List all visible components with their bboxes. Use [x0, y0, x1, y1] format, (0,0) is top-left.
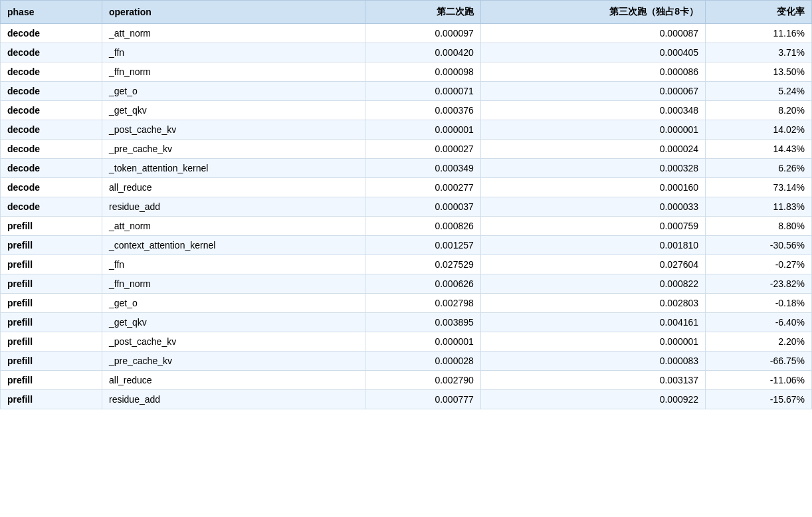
table-row: decode_pre_cache_kv0.0000270.00002414.43…	[1, 140, 812, 159]
cell-operation: all_reduce	[102, 178, 365, 197]
cell-operation: _att_norm	[102, 24, 365, 43]
cell-phase: prefill	[1, 294, 102, 313]
cell-phase: decode	[1, 62, 102, 82]
cell-change: 6.26%	[706, 159, 812, 178]
cell-operation: _get_qkv	[102, 313, 365, 332]
cell-run3: 0.000033	[480, 197, 705, 217]
table-row: decode_att_norm0.0000970.00008711.16%	[1, 24, 812, 43]
table-row: decode_token_attention_kernel0.0003490.0…	[1, 159, 812, 178]
cell-run2: 0.000420	[365, 43, 481, 62]
cell-run3: 0.000922	[480, 390, 705, 409]
cell-phase: decode	[1, 140, 102, 159]
table-row: prefillresidue_add0.0007770.000922-15.67…	[1, 390, 812, 409]
cell-operation: all_reduce	[102, 371, 365, 390]
cell-operation: _ffn_norm	[102, 62, 365, 82]
cell-run2: 0.000001	[365, 332, 481, 352]
cell-run2: 0.000001	[365, 120, 481, 140]
cell-phase: decode	[1, 120, 102, 140]
cell-change: 8.20%	[706, 101, 812, 120]
table-row: decode_get_qkv0.0003760.0003488.20%	[1, 101, 812, 120]
cell-change: 14.43%	[706, 140, 812, 159]
cell-run2: 0.000027	[365, 140, 481, 159]
cell-phase: decode	[1, 82, 102, 101]
col-header-run3: 第三次跑（独占8卡）	[480, 1, 705, 24]
cell-run3: 0.003137	[480, 371, 705, 390]
table-row: prefill_context_attention_kernel0.001257…	[1, 236, 812, 255]
cell-run3: 0.000067	[480, 82, 705, 101]
cell-change: -11.06%	[706, 371, 812, 390]
cell-run2: 0.000349	[365, 159, 481, 178]
table-row: decode_post_cache_kv0.0000010.00000114.0…	[1, 120, 812, 140]
cell-phase: prefill	[1, 352, 102, 371]
cell-change: 3.71%	[706, 43, 812, 62]
cell-operation: _ffn	[102, 255, 365, 274]
table-row: prefillall_reduce0.0027900.003137-11.06%	[1, 371, 812, 390]
data-table: phase operation 第二次跑 第三次跑（独占8卡） 变化率 deco…	[0, 0, 812, 409]
cell-run3: 0.000160	[480, 178, 705, 197]
cell-run2: 0.000376	[365, 101, 481, 120]
cell-run3: 0.000001	[480, 120, 705, 140]
cell-operation: _pre_cache_kv	[102, 140, 365, 159]
cell-change: 13.50%	[706, 62, 812, 82]
cell-operation: _ffn	[102, 43, 365, 62]
cell-run2: 0.000028	[365, 352, 481, 371]
cell-phase: decode	[1, 101, 102, 120]
cell-run3: 0.000348	[480, 101, 705, 120]
cell-phase: prefill	[1, 274, 102, 294]
col-header-operation: operation	[102, 1, 365, 24]
cell-run2: 0.000826	[365, 217, 481, 236]
cell-run3: 0.027604	[480, 255, 705, 274]
cell-change: -30.56%	[706, 236, 812, 255]
cell-run3: 0.000759	[480, 217, 705, 236]
cell-change: -23.82%	[706, 274, 812, 294]
cell-phase: prefill	[1, 332, 102, 352]
table-row: prefill_ffn0.0275290.027604-0.27%	[1, 255, 812, 274]
cell-run3: 0.000405	[480, 43, 705, 62]
cell-operation: _get_qkv	[102, 101, 365, 120]
cell-change: 11.83%	[706, 197, 812, 217]
table-row: prefill_get_qkv0.0038950.004161-6.40%	[1, 313, 812, 332]
cell-run2: 0.000071	[365, 82, 481, 101]
cell-operation: _post_cache_kv	[102, 120, 365, 140]
cell-change: -0.18%	[706, 294, 812, 313]
cell-phase: decode	[1, 178, 102, 197]
cell-change: -15.67%	[706, 390, 812, 409]
header-row: phase operation 第二次跑 第三次跑（独占8卡） 变化率	[1, 1, 812, 24]
cell-run3: 0.001810	[480, 236, 705, 255]
cell-run3: 0.000086	[480, 62, 705, 82]
cell-phase: prefill	[1, 390, 102, 409]
cell-operation: _token_attention_kernel	[102, 159, 365, 178]
table-row: decodeall_reduce0.0002770.00016073.14%	[1, 178, 812, 197]
cell-change: 8.80%	[706, 217, 812, 236]
cell-operation: _post_cache_kv	[102, 332, 365, 352]
cell-run2: 0.000626	[365, 274, 481, 294]
table-row: prefill_pre_cache_kv0.0000280.000083-66.…	[1, 352, 812, 371]
cell-operation: residue_add	[102, 390, 365, 409]
table-row: prefill_post_cache_kv0.0000010.0000012.2…	[1, 332, 812, 352]
col-header-change: 变化率	[706, 1, 812, 24]
table-row: prefill_att_norm0.0008260.0007598.80%	[1, 217, 812, 236]
cell-run2: 0.000277	[365, 178, 481, 197]
cell-run3: 0.000024	[480, 140, 705, 159]
col-header-phase: phase	[1, 1, 102, 24]
cell-phase: prefill	[1, 371, 102, 390]
cell-change: -6.40%	[706, 313, 812, 332]
cell-operation: _pre_cache_kv	[102, 352, 365, 371]
cell-phase: prefill	[1, 255, 102, 274]
cell-phase: decode	[1, 43, 102, 62]
table-row: prefill_ffn_norm0.0006260.000822-23.82%	[1, 274, 812, 294]
cell-run3: 0.000087	[480, 24, 705, 43]
table-row: decode_ffn_norm0.0000980.00008613.50%	[1, 62, 812, 82]
cell-phase: decode	[1, 24, 102, 43]
cell-change: -0.27%	[706, 255, 812, 274]
cell-run2: 0.003895	[365, 313, 481, 332]
cell-run3: 0.000822	[480, 274, 705, 294]
cell-run2: 0.001257	[365, 236, 481, 255]
cell-run2: 0.002790	[365, 371, 481, 390]
cell-change: 14.02%	[706, 120, 812, 140]
cell-run3: 0.000328	[480, 159, 705, 178]
cell-run3: 0.000083	[480, 352, 705, 371]
cell-change: 11.16%	[706, 24, 812, 43]
cell-run3: 0.000001	[480, 332, 705, 352]
cell-operation: _get_o	[102, 82, 365, 101]
